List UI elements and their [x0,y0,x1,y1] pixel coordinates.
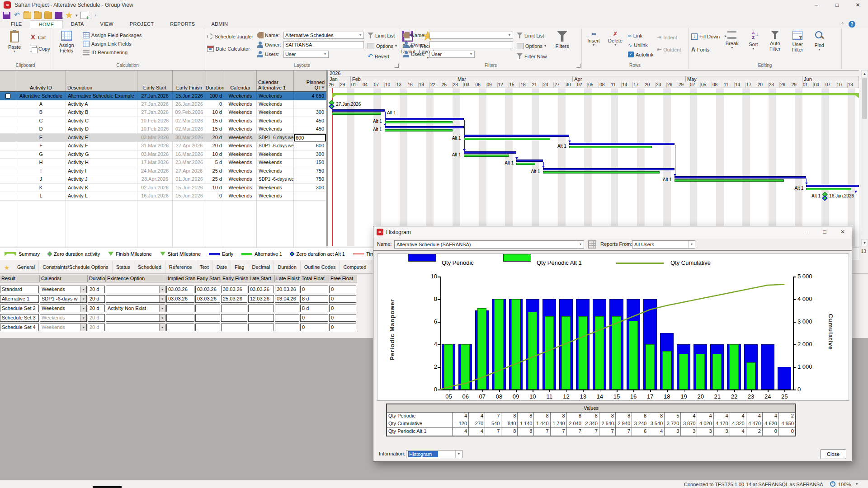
results-column-total-float[interactable]: Total Float [300,275,329,282]
implied-start-cell[interactable]: 03.03.26 [166,295,194,303]
cell-calendar-alt1[interactable]: Weekends [257,92,294,100]
alternative1-bar[interactable] [569,146,652,148]
outdent-button[interactable]: ⇤Outdent [657,46,681,53]
free-float-cell[interactable]: 0 [329,314,356,322]
assign-link-fields-button[interactable]: Assign Link Fields [83,40,142,47]
detail-tab-scheduled[interactable]: Scheduled [134,261,165,273]
cell-early-start[interactable]: 28.Apr.2026 [137,175,173,184]
late-start-cell[interactable]: 03.03.26 [248,286,274,293]
close-button[interactable]: ✕ [848,0,868,11]
date-calculator-button[interactable]: Date Calculator [207,45,253,52]
total-float-cell[interactable]: 0 [300,324,328,331]
total-float-cell[interactable]: 0 [300,286,328,293]
cell-activity-id[interactable]: D [16,125,66,134]
qty-edit-field[interactable]: 600 [294,134,326,142]
alternative1-bar[interactable] [516,163,535,165]
insert-button[interactable]: ⇦ Insert ▾ [585,30,603,47]
reports-from-select[interactable]: All Users▾ [632,240,695,249]
cell-planned-qty[interactable]: 150 [294,159,326,167]
cell-early-start[interactable]: 27.Jan.2026 [137,108,173,117]
tab-project[interactable]: PROJECT [122,20,162,28]
tab-view[interactable]: VIEW [92,20,122,28]
cell-description[interactable]: Activity K [66,184,137,192]
cell-early-finish[interactable]: 02.Mar.2026 [173,125,206,134]
cell-calendar[interactable]: Weekends [224,192,257,201]
table-row[interactable]: LActivity L16.Jun.202615.Jun.20260Weeken… [0,192,326,201]
new-document-icon[interactable] [80,12,88,19]
detail-tab-computed[interactable]: Computed [340,261,371,273]
alternative1-bar[interactable] [464,138,551,140]
early-bar[interactable] [464,151,517,154]
alternative1-bar[interactable] [543,171,660,174]
cell-description[interactable]: Activity C [66,117,137,126]
detail-tab-reference[interactable]: Reference [165,261,196,273]
results-row[interactable]: Alternative 1SDP1 -6-days w▾20 d▾03.03.2… [0,295,357,303]
cell-duration[interactable]: 0 [206,192,224,201]
cell-duration[interactable]: 25 d [206,175,224,184]
early-bar[interactable] [675,176,806,178]
column-header-calendar[interactable]: Calendar [224,70,257,91]
existence-select[interactable]: ▾ [106,286,165,293]
cell-calendar-alt1[interactable]: Weekends [257,167,294,176]
paste-button[interactable]: Paste ▾ [3,30,26,53]
row-indicator[interactable] [0,108,16,117]
link-button[interactable]: ∞Link [628,32,653,39]
detail-tab-status[interactable]: Status [113,261,134,273]
cell-calendar[interactable]: Weekends [224,134,257,142]
results-column-existence-option[interactable]: Existence Option [106,275,166,282]
tab-reports[interactable]: REPORTS [162,20,203,28]
existence-select[interactable]: ▾ [106,324,165,331]
column-header-early-finish[interactable]: Early Finish [173,70,206,91]
delete-button[interactable]: ✗ Delete ▾ [606,30,624,47]
histogram-title-bar[interactable]: ∞ Histogram – □ ✕ [373,226,852,238]
detail-tab-duration[interactable]: Duration [274,261,301,273]
collapse-icon[interactable]: - [5,94,10,99]
cell-calendar-alt1[interactable]: SDP1 -6-days week [257,175,294,184]
implied-start-cell[interactable]: 03.03.26 [166,286,194,293]
cell-description[interactable]: Activity B [66,108,137,117]
detail-tab-outline-codes[interactable]: Outline Codes [301,261,340,273]
cell-description[interactable]: Activity E [66,134,137,142]
cell-duration[interactable]: 10 d [206,108,224,117]
cell-calendar[interactable]: Weekends [224,175,257,184]
implied-start-cell[interactable] [166,314,194,322]
early-bar[interactable] [385,126,464,128]
duration-cell[interactable]: 20 d [88,295,105,303]
cell-calendar[interactable]: Weekends [224,184,257,192]
results-column-late-start[interactable]: Late Start [248,275,275,282]
close-dialog-button[interactable]: Close [820,449,846,459]
auto-filter-button[interactable]: AutoFilter [765,30,785,52]
cell-planned-qty[interactable]: 300 [294,108,326,117]
cell-early-start[interactable]: 02.Jun.2026 [137,184,173,192]
row-indicator[interactable] [0,150,16,159]
milestone-alt1-icon[interactable] [822,195,828,201]
row-indicator[interactable] [0,175,16,184]
cell-activity-id[interactable]: C [16,117,66,126]
indent-button[interactable]: ⇥Indent [657,33,681,41]
zoom-icon[interactable] [830,481,835,487]
existence-dropdown-icon[interactable]: ▾ [159,286,165,293]
tab-home[interactable]: HOME [30,20,62,28]
favorites-tab-star-icon[interactable]: ★ [0,261,14,273]
early-start-cell[interactable] [195,324,220,331]
calendar-select[interactable]: Weekends▾ [40,286,87,293]
collapse-ribbon-icon[interactable]: ⌃ [841,22,844,27]
new-from-template-icon[interactable] [24,12,31,19]
schedule-juggler-button[interactable]: Schedule Juggler [207,33,253,40]
filter-owner-field[interactable] [429,41,513,48]
late-start-cell[interactable] [248,324,274,331]
layout-revert-button[interactable]: ↶Revert [368,52,397,60]
cell-activity-id[interactable]: K [16,184,66,192]
zoom-caret-icon[interactable]: ▾ [856,482,858,486]
column-header-planned-qty[interactable]: Planned QTY [294,70,326,91]
calendar-select[interactable]: SDP1 -6-days w▾ [40,295,87,303]
favorites-caret-icon[interactable]: ▾ [75,13,78,18]
cell-description[interactable]: Activity J [66,175,137,184]
filter-options-button[interactable]: Options▾ [517,42,547,50]
early-finish-cell[interactable]: 25.03.26 [221,295,247,303]
cell-planned-qty[interactable]: 450 [294,125,326,134]
early-bar[interactable] [806,185,859,187]
row-indicator[interactable] [0,142,16,150]
row-indicator[interactable] [0,134,16,142]
table-row[interactable]: CActivity C10.Feb.202602.Mar.202615 dWee… [0,117,326,126]
